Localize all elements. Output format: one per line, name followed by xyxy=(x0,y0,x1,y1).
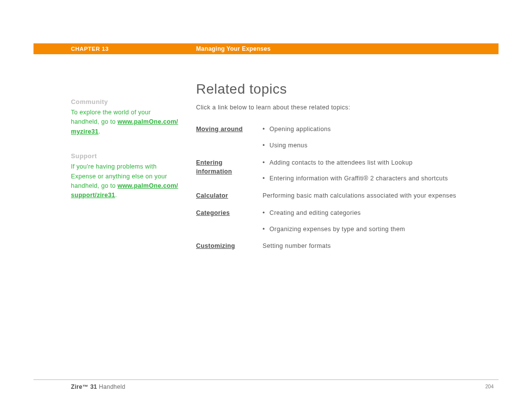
topic-link-calculator[interactable]: Calculator xyxy=(196,191,228,200)
bullet-text: Entering information with Graffiti® 2 ch… xyxy=(269,175,448,182)
bullet-item: Organizing expenses by type and sorting … xyxy=(263,225,499,234)
topic-row: Enteringinformation Adding contacts to t… xyxy=(196,158,499,192)
sidebar-support-text: If you're having problems with Expense o… xyxy=(71,162,179,201)
page-footer: Zire™ 31 Handheld 204 xyxy=(33,379,499,393)
topic-link-categories[interactable]: Categories xyxy=(196,208,230,217)
topic-link-entering-information[interactable]: Enteringinformation xyxy=(196,158,232,176)
topic-link-moving-around[interactable]: Moving around xyxy=(196,125,243,134)
bullet-item: Opening applications xyxy=(263,125,499,134)
topic-bullets: Opening applications Using menus xyxy=(263,125,499,150)
sidebar-heading-community: Community xyxy=(71,98,179,105)
chapter-title: Managing Your Expenses xyxy=(196,45,271,52)
topics-table: Moving around Opening applications Using… xyxy=(196,125,499,259)
bullet-item: Entering information with Graffiti® 2 ch… xyxy=(263,174,499,183)
topic-description: Performing basic math calculations assoc… xyxy=(263,191,499,208)
chapter-header: CHAPTER 13 Managing Your Expenses xyxy=(33,43,499,54)
footer-page-number: 204 xyxy=(485,384,494,389)
bullet-item: Creating and editing categories xyxy=(263,208,499,218)
topic-row: Calculator Performing basic math calcula… xyxy=(196,191,499,208)
bullet-item: Adding contacts to the attendees list wi… xyxy=(263,158,499,168)
topic-row: Categories Creating and editing categori… xyxy=(196,208,499,242)
topic-link-line: Entering xyxy=(196,159,223,166)
sidebar: Community To explore the world of your h… xyxy=(71,98,179,201)
sidebar-community: Community To explore the world of your h… xyxy=(71,98,179,137)
intro-text: Click a link below to learn about these … xyxy=(196,104,499,111)
page-title: Related topics xyxy=(196,81,499,97)
footer-product: Zire™ 31 Handheld xyxy=(71,383,126,390)
footer-product-bold: Zire™ 31 xyxy=(71,383,97,390)
sidebar-support: Support If you're having problems with E… xyxy=(71,152,179,201)
topic-bullets: Adding contacts to the attendees list wi… xyxy=(263,158,499,184)
main-content: Related topics Click a link below to lea… xyxy=(196,81,499,259)
footer-product-rest: Handheld xyxy=(97,383,125,390)
topic-row: Customizing Setting number formats xyxy=(196,241,499,259)
topic-description: Setting number formats xyxy=(263,241,499,259)
topic-link-line: information xyxy=(196,168,232,175)
sidebar-community-text: To explore the world of your handheld, g… xyxy=(71,108,179,137)
sidebar-support-after: . xyxy=(115,192,117,199)
topic-link-customizing[interactable]: Customizing xyxy=(196,241,235,250)
topic-row: Moving around Opening applications Using… xyxy=(196,125,499,158)
sidebar-community-after: . xyxy=(99,128,100,135)
bullet-item: Using menus xyxy=(263,141,499,150)
sidebar-heading-support: Support xyxy=(71,152,179,160)
topic-bullets: Creating and editing categories Organizi… xyxy=(263,208,499,234)
chapter-label: CHAPTER 13 xyxy=(71,46,196,52)
